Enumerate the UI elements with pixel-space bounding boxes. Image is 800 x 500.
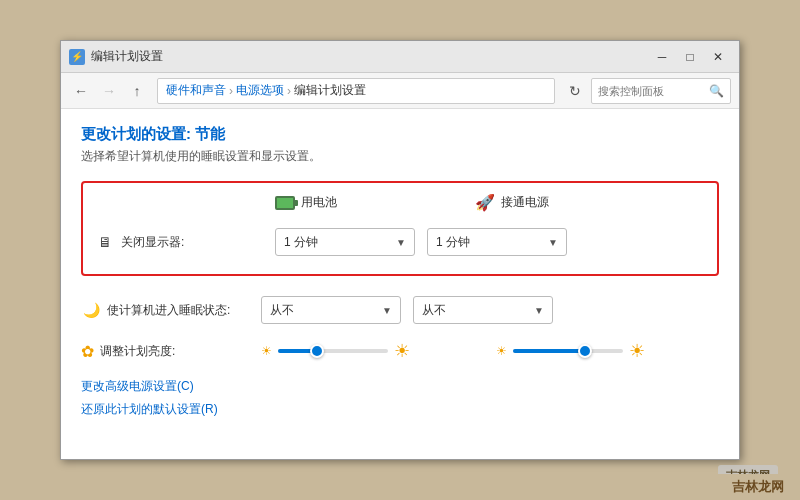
maximize-button[interactable]: □ [677, 46, 703, 68]
window-controls: ─ □ ✕ [649, 46, 731, 68]
window-icon: ⚡ [69, 49, 85, 65]
rocket-icon: 🚀 [475, 193, 495, 212]
search-bar[interactable]: 🔍 [591, 78, 731, 104]
site-logo: 吉林龙网 [732, 478, 784, 496]
display-battery-arrow: ▼ [396, 237, 406, 248]
breadcrumb-sep-1: › [229, 84, 233, 98]
window-title: 编辑计划设置 [91, 48, 649, 65]
sun-large-icon-1: ☀ [394, 340, 410, 362]
brightness-plugged-track[interactable] [513, 349, 623, 353]
display-label: 🖥 关闭显示器: [95, 232, 275, 252]
sun-small-icon-2: ☀ [496, 344, 507, 358]
links-section: 更改高级电源设置(C) 还原此计划的默认设置(R) [81, 370, 719, 432]
sleep-battery-dropdown[interactable]: 从不 ▼ [261, 296, 401, 324]
brightness-battery-slider-container: ☀ ☀ [261, 340, 484, 362]
search-input[interactable] [598, 85, 709, 97]
sleep-icon: 🌙 [81, 300, 101, 320]
back-button[interactable]: ← [69, 79, 93, 103]
display-setting-row: 🖥 关闭显示器: 1 分钟 ▼ 1 分钟 ▼ [95, 220, 705, 264]
display-plugged-arrow: ▼ [548, 237, 558, 248]
display-icon: 🖥 [95, 232, 115, 252]
brightness-icon: ✿ [81, 342, 94, 361]
display-battery-value: 1 分钟 [284, 234, 318, 251]
column-headers: 用电池 🚀 接通电源 [275, 193, 705, 220]
sleep-battery-arrow: ▼ [382, 305, 392, 316]
brightness-plugged-slider-container: ☀ ☀ [496, 340, 719, 362]
display-plugged-dropdown[interactable]: 1 分钟 ▼ [427, 228, 567, 256]
sleep-plugged-arrow: ▼ [534, 305, 544, 316]
sleep-plugged-dropdown[interactable]: 从不 ▼ [413, 296, 553, 324]
plugged-label: 接通电源 [501, 194, 549, 211]
plugged-column-header: 🚀 接通电源 [475, 193, 595, 212]
battery-icon [275, 196, 295, 210]
sleep-battery-value: 从不 [270, 302, 294, 319]
brightness-battery-thumb[interactable] [310, 344, 324, 358]
page-title: 更改计划的设置: 节能 [81, 125, 719, 144]
brightness-label: ✿ 调整计划亮度: [81, 342, 261, 361]
minimize-button[interactable]: ─ [649, 46, 675, 68]
display-plugged-value: 1 分钟 [436, 234, 470, 251]
refresh-button[interactable]: ↻ [563, 79, 587, 103]
brightness-battery-track[interactable] [278, 349, 388, 353]
brightness-setting-row: ✿ 调整计划亮度: ☀ ☀ ☀ ☀ [81, 332, 719, 370]
breadcrumb: 硬件和声音 › 电源选项 › 编辑计划设置 [157, 78, 555, 104]
title-bar: ⚡ 编辑计划设置 ─ □ ✕ [61, 41, 739, 73]
battery-column-header: 用电池 [275, 194, 395, 211]
battery-label: 用电池 [301, 194, 337, 211]
display-label-text: 关闭显示器: [121, 234, 184, 251]
breadcrumb-power[interactable]: 电源选项 [236, 82, 284, 99]
breadcrumb-current: 编辑计划设置 [294, 82, 366, 99]
sun-large-icon-2: ☀ [629, 340, 645, 362]
sleep-label-text: 使计算机进入睡眠状态: [107, 302, 230, 319]
sleep-label: 🌙 使计算机进入睡眠状态: [81, 300, 261, 320]
up-button[interactable]: ↑ [125, 79, 149, 103]
display-battery-dropdown[interactable]: 1 分钟 ▼ [275, 228, 415, 256]
search-icon: 🔍 [709, 84, 724, 98]
forward-button[interactable]: → [97, 79, 121, 103]
breadcrumb-hardware[interactable]: 硬件和声音 [166, 82, 226, 99]
main-content: 更改计划的设置: 节能 选择希望计算机使用的睡眠设置和显示设置。 用电池 🚀 接… [61, 109, 739, 459]
bottom-bar: 吉林龙网 [0, 474, 800, 500]
advanced-settings-link[interactable]: 更改高级电源设置(C) [81, 378, 719, 395]
close-button[interactable]: ✕ [705, 46, 731, 68]
sleep-plugged-value: 从不 [422, 302, 446, 319]
brightness-label-text: 调整计划亮度: [100, 343, 175, 360]
page-subtitle: 选择希望计算机使用的睡眠设置和显示设置。 [81, 148, 719, 165]
sleep-setting-row: 🌙 使计算机进入睡眠状态: 从不 ▼ 从不 ▼ [81, 288, 719, 332]
sun-small-icon-1: ☀ [261, 344, 272, 358]
brightness-plugged-thumb[interactable] [578, 344, 592, 358]
brightness-plugged-fill [513, 349, 585, 353]
navigation-bar: ← → ↑ 硬件和声音 › 电源选项 › 编辑计划设置 ↻ 🔍 [61, 73, 739, 109]
restore-defaults-link[interactable]: 还原此计划的默认设置(R) [81, 401, 719, 418]
breadcrumb-sep-2: › [287, 84, 291, 98]
settings-box: 用电池 🚀 接通电源 🖥 关闭显示器: 1 分钟 ▼ 1 分钟 [81, 181, 719, 276]
